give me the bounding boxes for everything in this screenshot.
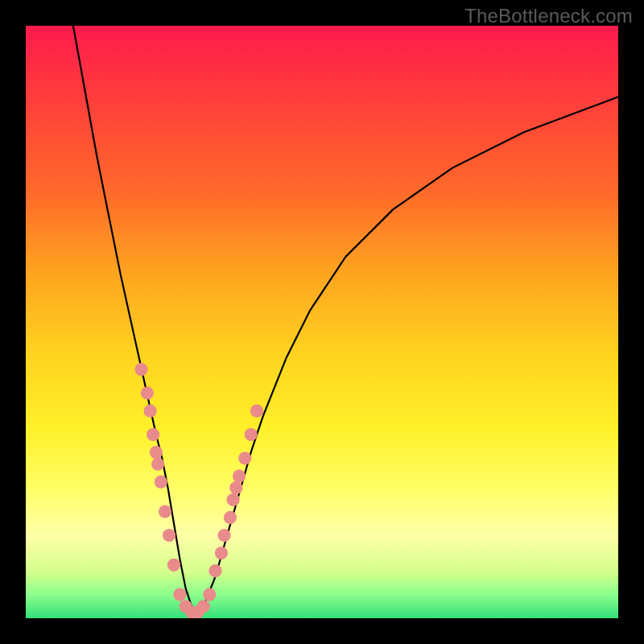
- sample-point: [203, 588, 216, 601]
- sample-point: [208, 564, 221, 577]
- sample-point: [238, 452, 251, 464]
- watermark-text: TheBottleneck.com: [464, 5, 633, 27]
- bottleneck-curve: [73, 26, 618, 613]
- sample-point: [134, 363, 147, 376]
- sample-point: [141, 386, 154, 399]
- sample-point: [215, 547, 228, 559]
- sample-point: [250, 404, 263, 417]
- chart-frame: TheBottleneck.com: [0, 0, 644, 644]
- sample-point: [167, 559, 180, 572]
- sample-points-group: [134, 363, 263, 618]
- sample-point: [245, 428, 258, 441]
- sample-point: [159, 505, 171, 518]
- sample-point: [229, 481, 242, 494]
- plot-area: [26, 26, 618, 618]
- sample-point: [173, 588, 186, 601]
- chart-svg: [26, 26, 618, 618]
- sample-point: [224, 511, 237, 524]
- sample-point: [197, 600, 210, 613]
- sample-point: [155, 476, 167, 489]
- sample-point: [227, 493, 240, 506]
- sample-point: [144, 404, 157, 417]
- sample-point: [163, 529, 175, 542]
- sample-point: [233, 469, 246, 482]
- sample-point: [218, 529, 231, 542]
- sample-point: [147, 428, 159, 441]
- sample-point: [150, 446, 163, 459]
- sample-point: [151, 458, 164, 471]
